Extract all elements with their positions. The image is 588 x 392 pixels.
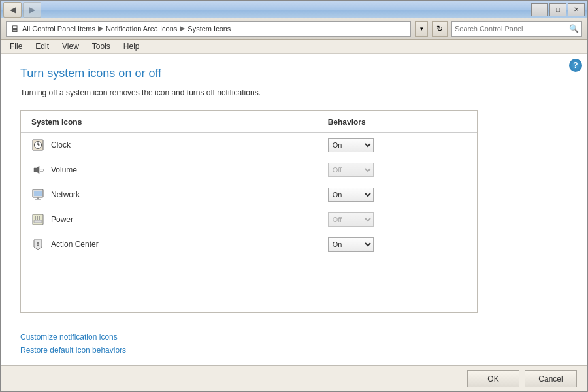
- icon-name-cell: Network: [21, 182, 318, 207]
- icons-panel-inner[interactable]: System Icons Behaviors ClockOnOff )))) V…: [21, 111, 477, 312]
- behavior-select-network[interactable]: OnOff: [328, 188, 374, 202]
- icons-panel: System Icons Behaviors ClockOnOff )))) V…: [20, 110, 478, 313]
- behavior-cell: OnOff: [318, 157, 477, 182]
- icon-name-cell: Power: [21, 207, 318, 232]
- address-path[interactable]: 🖥 All Control Panel Items ▶ Notification…: [6, 21, 411, 37]
- address-dropdown[interactable]: ▾: [415, 21, 428, 37]
- behavior-select-volume[interactable]: OnOff: [328, 163, 374, 177]
- menu-bar: File Edit View Tools Help: [1, 40, 587, 54]
- behavior-select-action-center[interactable]: OnOff: [328, 237, 374, 252]
- footer: OK Cancel: [1, 365, 587, 391]
- path-item-1: All Control Panel Items: [22, 25, 95, 33]
- nav-buttons: ◀ ▶: [3, 2, 41, 18]
- svg-text:)))): )))): [40, 168, 44, 172]
- forward-button[interactable]: ▶: [23, 2, 41, 18]
- menu-view[interactable]: View: [56, 41, 86, 52]
- main-content: ? Turn system icons on or off Turning of…: [1, 54, 587, 365]
- ok-button[interactable]: OK: [467, 370, 519, 387]
- path-item-3: System Icons: [188, 25, 231, 33]
- behavior-cell: OnOff: [318, 182, 477, 207]
- address-icon: 🖥: [10, 24, 20, 34]
- svg-rect-10: [33, 214, 43, 225]
- search-icon: 🔍: [569, 24, 579, 33]
- icon-label: Volume: [51, 165, 77, 174]
- back-button[interactable]: ◀: [3, 2, 22, 18]
- address-bar: 🖥 All Control Panel Items ▶ Notification…: [1, 18, 587, 40]
- path-sep-1: ▶: [98, 24, 103, 33]
- col-system-icons: System Icons: [21, 111, 318, 133]
- svg-marker-4: [34, 166, 39, 174]
- icon-label: Power: [51, 215, 73, 224]
- menu-edit[interactable]: Edit: [29, 41, 56, 52]
- table-row: PowerOnOff: [21, 207, 477, 232]
- power-icon: [31, 213, 44, 226]
- icons-table: System Icons Behaviors ClockOnOff )))) V…: [21, 111, 477, 257]
- icon-name-cell: Clock: [21, 133, 318, 158]
- icon-label: Clock: [51, 140, 71, 150]
- behavior-cell: OnOff: [318, 232, 477, 257]
- minimize-button[interactable]: –: [531, 3, 548, 16]
- network-icon: [31, 188, 44, 201]
- svg-rect-9: [35, 199, 41, 200]
- refresh-button[interactable]: ↻: [432, 21, 448, 37]
- svg-rect-8: [37, 197, 39, 199]
- content-area: Turn system icons on or off Turning off …: [1, 54, 587, 326]
- search-box: 🔍: [451, 21, 582, 37]
- icon-name-cell: )))) Volume: [21, 157, 318, 182]
- window-controls: – □ ✕: [531, 3, 585, 16]
- behavior-select-clock[interactable]: OnOff: [328, 138, 374, 152]
- restore-link[interactable]: Restore default icon behaviors: [20, 346, 568, 355]
- volume-icon: )))): [31, 163, 44, 176]
- close-button[interactable]: ✕: [568, 3, 585, 16]
- col-behaviors: Behaviors: [318, 111, 477, 133]
- path-sep-2: ▶: [180, 24, 185, 33]
- bottom-links: Customize notification icons Restore def…: [1, 326, 587, 365]
- menu-help[interactable]: Help: [117, 41, 146, 52]
- icon-name-cell: ! Action Center: [21, 232, 318, 257]
- table-row: ! Action CenterOnOff: [21, 232, 477, 257]
- table-row: )))) VolumeOnOff: [21, 157, 477, 182]
- page-subtitle: Turning off a system icon removes the ic…: [20, 88, 568, 97]
- icon-label: Action Center: [51, 240, 99, 249]
- title-bar: ◀ ▶ – □ ✕: [1, 1, 587, 18]
- behavior-cell: OnOff: [318, 207, 477, 232]
- cancel-button[interactable]: Cancel: [525, 370, 577, 387]
- icon-label: Network: [51, 190, 80, 199]
- customize-link[interactable]: Customize notification icons: [20, 333, 568, 342]
- svg-rect-7: [34, 191, 42, 196]
- search-input[interactable]: [455, 25, 566, 33]
- page-title: Turn system icons on or off: [20, 67, 568, 80]
- menu-tools[interactable]: Tools: [86, 41, 117, 52]
- table-row: NetworkOnOff: [21, 182, 477, 207]
- menu-file[interactable]: File: [3, 41, 29, 52]
- behavior-cell: OnOff: [318, 133, 477, 158]
- svg-rect-14: [34, 220, 42, 223]
- table-row: ClockOnOff: [21, 133, 477, 158]
- maximize-button[interactable]: □: [549, 3, 566, 16]
- path-item-2: Notification Area Icons: [106, 25, 177, 33]
- svg-text:!: !: [37, 240, 39, 247]
- action-center-icon: !: [31, 238, 44, 251]
- main-window: ◀ ▶ – □ ✕ 🖥 All Control Panel Items ▶ No…: [0, 0, 588, 392]
- clock-icon: [31, 139, 44, 152]
- behavior-select-power[interactable]: OnOff: [328, 212, 374, 227]
- title-bar-left: ◀ ▶: [3, 2, 41, 18]
